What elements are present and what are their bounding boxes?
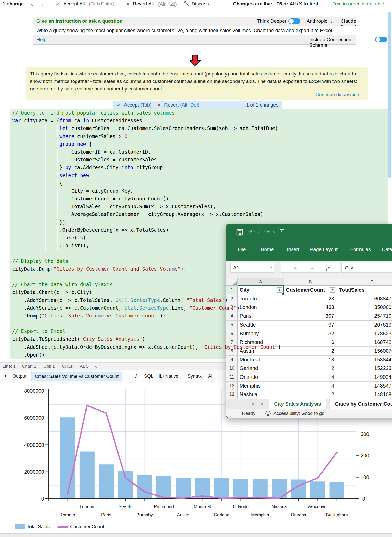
code-line [10, 273, 388, 281]
next-change-icon[interactable]: › [42, 1, 43, 7]
diff-toolbar: 1 change ‹ › ✔ Accept All (Ctrl+Enter) ✕… [0, 0, 392, 8]
code-line [10, 320, 388, 327]
cell-C10[interactable]: 1522238.691 [337, 364, 392, 373]
bar-Bellingham [330, 482, 344, 499]
code-line: .AddSheet(cityData.OrderByDescending(x =… [10, 343, 388, 351]
cell-B12[interactable]: 4 [284, 382, 337, 390]
output-bar-item[interactable]: IL+Native [159, 374, 178, 379]
bar-Garland [214, 478, 229, 499]
ai-summary-text: This query finds cities where customers … [30, 71, 357, 92]
continue-discussion-link[interactable]: Continue discussion... [315, 91, 363, 98]
prev-change-icon[interactable]: ‹ [31, 1, 33, 7]
cell-C13[interactable]: 1481088.139 [337, 390, 392, 399]
code-line: cityData.Dump("Cities by Customer Count … [10, 265, 388, 273]
cell-B13[interactable]: 2 [284, 390, 337, 399]
x-axis-label-Bellingham: Bellingham [326, 512, 348, 517]
code-line: // Export to Excel [10, 327, 388, 335]
excel-status-bar: Ready Accessibility: Good to go [226, 409, 392, 418]
accessibility-status: Accessibility: Good to go [273, 411, 324, 416]
code-line: cityData.Chart(c => c.City) [10, 288, 388, 296]
cell-A12[interactable]: Memphis [238, 382, 284, 390]
ai-prompt-input[interactable]: Write a query showing the most popular c… [36, 28, 333, 33]
chevron-down-icon: ∨ [330, 19, 333, 24]
code-line: cityData.ToSpreadsheet("City Sales Analy… [10, 335, 388, 343]
output-bar-item[interactable]: Syntax [187, 374, 202, 379]
code-line: CustomerID = ca.CustomerID, [10, 148, 388, 156]
sheet-next-icon[interactable]: ▶ [261, 402, 264, 406]
think-deeper-label: Think Deeper [257, 18, 286, 24]
revert-button[interactable]: Revert (Alt+Del) [164, 102, 199, 108]
x-axis-label-Montreal: Montreal [194, 504, 211, 509]
x-axis-label-Nashua: Nashua [272, 504, 287, 509]
row-number[interactable]: 11 [226, 373, 238, 382]
code-line: where customerSales > 0 [10, 132, 388, 140]
status-line: Line: 1 [3, 364, 16, 369]
row-number[interactable]: 10 [226, 364, 238, 373]
cell-B11[interactable]: 4 [284, 373, 337, 382]
output-bar-item[interactable]: SQL [144, 374, 153, 379]
ai-prompt-row: Write a query showing the most popular c… [33, 26, 356, 35]
code-line: CustomerCount = cityGroup.Count(), [10, 195, 388, 202]
code-line: .AddYSeries(c => c.TotalSales, Util.Seri… [10, 296, 388, 304]
x-axis-label-Memphis: Memphis [251, 512, 269, 517]
code-line [10, 249, 388, 257]
sheet-tab-active[interactable]: City Sales Analysis [269, 399, 326, 410]
right-axis-label: 100 [360, 474, 369, 480]
status-collapse-icon[interactable]: ‹ [95, 363, 97, 369]
left-axis-label: 2000000 [24, 469, 44, 475]
collapse-output-icon[interactable]: ▼ [4, 374, 7, 378]
code-line: .OrderByDescending(x => x.TotalSales) [10, 226, 388, 234]
cell-A11[interactable]: Orlando [238, 373, 284, 382]
x-axis-label-Richmond: Richmond [154, 504, 174, 509]
cell-C12[interactable]: 1485475.853 [337, 382, 392, 390]
changes-count: 1 change [3, 1, 24, 7]
discuss-button[interactable]: Discuss [192, 1, 209, 7]
x-axis-label-London: London [80, 504, 95, 509]
change-counter: 1 of 1 changes [246, 102, 278, 108]
code-line: } by ca.Address.City into cityGroup [10, 163, 388, 171]
output-bar-item[interactable]: λ [135, 374, 138, 379]
editor-vertical-scrollbar[interactable] [388, 12, 391, 178]
ai-panel-header: Give an instruction or ask a question Th… [33, 17, 356, 26]
cell-C11[interactable]: 1490245.935 [337, 373, 392, 382]
help-link[interactable]: Help [36, 37, 46, 42]
output-bar-item[interactable]: Output [12, 374, 26, 379]
legend-bar-swatch [15, 524, 25, 529]
output-tab-selected[interactable]: Cities: Sales Volume vs Customer Count [31, 372, 122, 381]
row-number[interactable]: 12 [226, 382, 238, 390]
code-line: // Display the data [10, 257, 388, 265]
x-axis-label-Orleans: Orleans [291, 512, 306, 517]
provider-dropdown[interactable]: Anthropic ∨ [307, 18, 333, 24]
code-line: let customerSales = ca.Customer.SalesOrd… [10, 124, 388, 132]
cell-B10[interactable]: 2 [284, 364, 337, 373]
cell-A13[interactable]: Nashua [238, 390, 284, 399]
sheet-prev-icon[interactable]: ◀ [251, 402, 254, 406]
text-cursor [12, 110, 12, 116]
include-schema-toggle[interactable] [375, 37, 387, 42]
accessibility-icon[interactable] [265, 411, 271, 416]
splitter-handle-icon[interactable] [386, 9, 390, 12]
revert-all-button[interactable]: Revert All [133, 1, 154, 7]
code-editor[interactable]: // Query to find most popular cities wit… [10, 109, 388, 359]
accept-button[interactable]: Accept (Tab) [124, 102, 152, 108]
bar-Orlando [233, 479, 248, 499]
red-down-arrow [186, 54, 204, 67]
excel-row: 12Memphis41485475.853 [226, 382, 392, 390]
bar-Seattle [118, 471, 133, 499]
row-number[interactable]: 13 [226, 390, 238, 399]
left-axis-label: 8000000 [24, 388, 44, 394]
bar-Vancouver [310, 481, 325, 499]
code-line: select new [10, 171, 388, 179]
status-tabs: TABS [77, 364, 89, 369]
sheet-tab-inactive[interactable]: Cities by Customer Count [330, 399, 392, 409]
x-axis-label-Vancouver: Vancouver [307, 504, 328, 509]
output-bar-item[interactable]: AI [208, 374, 213, 379]
accept-all-button[interactable]: Accept All [63, 1, 85, 7]
cell-A10[interactable]: Garland [238, 364, 284, 373]
x-axis-label-Paris: Paris [101, 512, 111, 517]
think-deeper-toggle[interactable] [288, 18, 300, 24]
discuss-wand-icon [184, 1, 190, 8]
revert-all-x-icon: ✕ [126, 1, 130, 7]
code-line: .AddYSeries(c => c.CustomerCount, Util.S… [10, 304, 388, 312]
x-axis-label-Seattle: Seattle [119, 504, 132, 509]
